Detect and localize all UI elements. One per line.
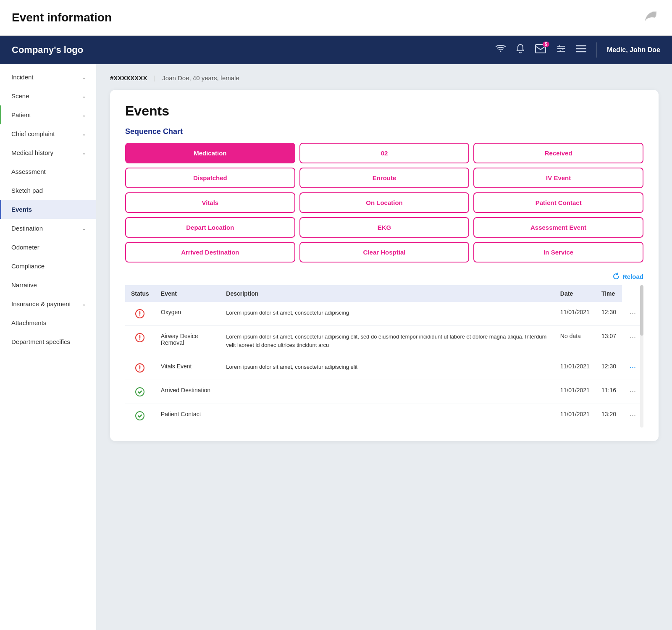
time-cell: 13:07 <box>596 326 622 356</box>
time-cell: 11:16 <box>596 380 622 404</box>
svg-point-20 <box>136 388 144 396</box>
scrollbar-thumb[interactable] <box>640 285 643 336</box>
sidebar-item-assessment[interactable]: Assessment <box>0 162 96 181</box>
seq-btn-vitals[interactable]: Vitals <box>125 192 295 213</box>
scrollbar-track[interactable] <box>640 285 643 428</box>
col-header-date: Date <box>554 285 596 302</box>
date-cell: No data <box>554 326 596 356</box>
nav-bar: Company's logo 5 <box>0 36 672 64</box>
col-header-event: Event <box>155 285 220 302</box>
sidebar-item-incident[interactable]: Incident⌄ <box>0 68 96 87</box>
seq-btn-arrived-destination[interactable]: Arrived Destination <box>125 242 295 262</box>
more-options-button[interactable]: ··· <box>628 309 638 318</box>
seq-btn-enroute[interactable]: Enroute <box>299 168 470 188</box>
svg-point-0 <box>500 51 501 52</box>
header-divider: | <box>154 74 155 81</box>
sidebar-item-label: Attachments <box>11 319 46 326</box>
seq-btn-dispatched[interactable]: Dispatched <box>125 168 295 188</box>
sidebar-item-label: Events <box>11 206 32 213</box>
sidebar-item-scene[interactable]: Scene⌄ <box>0 87 96 105</box>
main-layout: Incident⌄Scene⌄Patient⌄Chief complaint⌄M… <box>0 64 672 630</box>
event-cell: Patient Contact <box>155 404 220 428</box>
sidebar-item-label: Medical history <box>11 149 53 156</box>
sidebar-item-patient[interactable]: Patient⌄ <box>0 105 96 124</box>
sidebar-item-chief-complaint[interactable]: Chief complaint⌄ <box>0 124 96 143</box>
logo-icon <box>640 8 660 28</box>
seq-btn-medication[interactable]: Medication <box>125 143 295 163</box>
status-cell <box>125 404 155 428</box>
seq-btn-patient-contact[interactable]: Patient Contact <box>473 192 643 213</box>
chevron-down-icon: ⌄ <box>82 131 86 137</box>
page-header: #XXXXXXXX | Joan Doe, 40 years, female <box>110 74 659 81</box>
events-card: Events Sequence Chart Medication02Receiv… <box>110 90 659 441</box>
seq-btn-on-location[interactable]: On Location <box>299 192 470 213</box>
reload-button[interactable]: Reload <box>612 273 643 280</box>
sidebar-item-label: Destination <box>11 225 43 232</box>
seq-btn-in-service[interactable]: In Service <box>473 242 643 262</box>
sidebar-item-label: Odometer <box>11 244 39 251</box>
status-error-icon <box>131 363 149 373</box>
menu-icon[interactable] <box>576 45 586 55</box>
chevron-down-icon: ⌄ <box>82 150 86 156</box>
time-cell: 13:20 <box>596 404 622 428</box>
bell-icon[interactable] <box>516 44 525 56</box>
date-cell: 11/01/2021 <box>554 356 596 380</box>
svg-point-7 <box>559 50 561 52</box>
sidebar-item-destination[interactable]: Destination⌄ <box>0 219 96 238</box>
sidebar-item-department-specifics[interactable]: Department specifics <box>0 332 96 351</box>
sidebar-item-events[interactable]: Events <box>0 200 96 219</box>
sidebar-item-sketch-pad[interactable]: Sketch pad <box>0 181 96 200</box>
sequence-grid: Medication02ReceivedDispatchedEnrouteIV … <box>125 143 643 262</box>
col-header-description: Description <box>220 285 554 302</box>
events-table: StatusEventDescriptionDateTime OxygenLor… <box>125 285 643 428</box>
seq-btn-depart-location[interactable]: Depart Location <box>125 217 295 238</box>
sidebar-item-attachments[interactable]: Attachments <box>0 313 96 332</box>
seq-btn-ekg[interactable]: EKG <box>299 217 470 238</box>
seq-btn-clear-hosptial[interactable]: Clear Hosptial <box>299 242 470 262</box>
description-cell <box>220 380 554 404</box>
table-body: OxygenLorem ipsum dolor sit amet, consec… <box>125 302 643 428</box>
settings-icon[interactable] <box>556 44 566 56</box>
seq-btn-02[interactable]: 02 <box>299 143 470 163</box>
sequence-chart-title: Sequence Chart <box>125 127 643 136</box>
sidebar-item-narrative[interactable]: Narrative <box>0 276 96 294</box>
incident-id: #XXXXXXXX <box>110 74 147 81</box>
table-row: Airway Device RemovalLorem ipsum dolor s… <box>125 326 643 356</box>
chevron-down-icon: ⌄ <box>82 74 86 80</box>
sidebar-item-odometer[interactable]: Odometer <box>0 238 96 257</box>
sidebar-item-insurance--payment[interactable]: Insurance & payment⌄ <box>0 294 96 313</box>
svg-point-13 <box>139 315 140 316</box>
event-cell: Airway Device Removal <box>155 326 220 356</box>
sidebar-item-label: Assessment <box>11 168 46 175</box>
more-options-button[interactable]: ··· <box>628 363 638 372</box>
event-cell: Arrived Destination <box>155 380 220 404</box>
chevron-down-icon: ⌄ <box>82 93 86 99</box>
more-options-button[interactable]: ··· <box>628 387 638 396</box>
sidebar-item-label: Incident <box>11 74 34 81</box>
page-title: Event information <box>12 11 112 24</box>
more-options-button[interactable]: ··· <box>628 411 638 420</box>
more-options-button[interactable]: ··· <box>628 333 638 341</box>
table-row: OxygenLorem ipsum dolor sit amet, consec… <box>125 302 643 326</box>
card-title: Events <box>125 103 643 119</box>
nav-user: Medic, John Doe <box>607 46 660 54</box>
wifi-icon[interactable] <box>496 44 506 56</box>
description-cell: Lorem ipsum dolor sit amet, consectetur … <box>220 356 554 380</box>
mail-icon[interactable]: 5 <box>535 44 546 56</box>
chevron-down-icon: ⌄ <box>82 301 86 307</box>
col-header-time: Time <box>596 285 622 302</box>
sidebar-item-label: Sketch pad <box>11 187 43 194</box>
reload-row: Reload <box>125 273 643 280</box>
status-ok-icon <box>131 411 149 421</box>
sidebar-item-compliance[interactable]: Compliance <box>0 257 96 276</box>
seq-btn-assessment-event[interactable]: Assessment Event <box>473 217 643 238</box>
svg-point-21 <box>136 412 144 420</box>
sidebar: Incident⌄Scene⌄Patient⌄Chief complaint⌄M… <box>0 64 97 630</box>
status-ok-icon <box>131 387 149 397</box>
seq-btn-received[interactable]: Received <box>473 143 643 163</box>
sidebar-item-medical-history[interactable]: Medical history⌄ <box>0 143 96 162</box>
svg-point-19 <box>139 370 140 370</box>
svg-point-16 <box>139 339 140 340</box>
seq-btn-iv-event[interactable]: IV Event <box>473 168 643 188</box>
sidebar-item-label: Chief complaint <box>11 130 55 137</box>
